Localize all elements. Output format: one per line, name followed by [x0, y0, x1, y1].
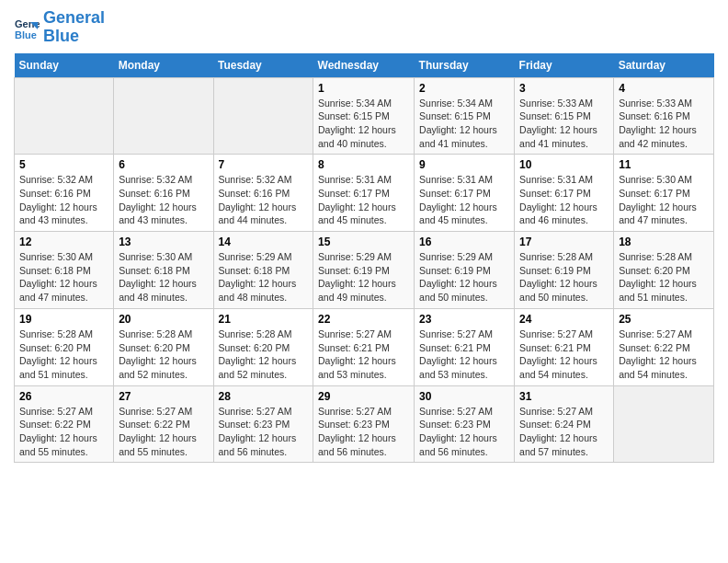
day-info: Sunrise: 5:29 AM Sunset: 6:18 PM Dayligh… — [219, 250, 309, 304]
calendar-table: SundayMondayTuesdayWednesdayThursdayFrid… — [14, 53, 714, 464]
day-number: 8 — [318, 158, 409, 171]
calendar-cell — [15, 77, 114, 155]
day-info: Sunrise: 5:27 AM Sunset: 6:21 PM Dayligh… — [519, 327, 609, 382]
calendar-cell: 10Sunrise: 5:31 AM Sunset: 6:17 PM Dayli… — [515, 155, 614, 232]
day-info: Sunrise: 5:28 AM Sunset: 6:20 PM Dayligh… — [219, 327, 309, 382]
logo-icon: General Blue — [14, 15, 40, 40]
calendar-cell: 27Sunrise: 5:27 AM Sunset: 6:22 PM Dayli… — [114, 385, 213, 463]
page-header: General Blue GeneralBlue — [14, 9, 714, 46]
calendar-week-4: 19Sunrise: 5:28 AM Sunset: 6:20 PM Dayli… — [15, 308, 714, 385]
weekday-header-tuesday: Tuesday — [213, 53, 313, 78]
day-number: 23 — [419, 313, 509, 326]
day-info: Sunrise: 5:30 AM Sunset: 6:18 PM Dayligh… — [19, 250, 108, 304]
day-info: Sunrise: 5:31 AM Sunset: 6:17 PM Dayligh… — [318, 173, 409, 227]
calendar-cell: 14Sunrise: 5:29 AM Sunset: 6:18 PM Dayli… — [213, 232, 313, 309]
calendar-cell — [614, 385, 714, 463]
calendar-cell: 15Sunrise: 5:29 AM Sunset: 6:19 PM Dayli… — [313, 232, 415, 309]
calendar-cell: 31Sunrise: 5:27 AM Sunset: 6:24 PM Dayli… — [515, 385, 614, 463]
day-number: 14 — [219, 236, 309, 248]
calendar-header: SundayMondayTuesdayWednesdayThursdayFrid… — [15, 53, 714, 78]
calendar-cell: 1Sunrise: 5:34 AM Sunset: 6:15 PM Daylig… — [313, 77, 415, 155]
day-number: 19 — [19, 313, 108, 326]
calendar-cell: 21Sunrise: 5:28 AM Sunset: 6:20 PM Dayli… — [213, 308, 313, 385]
weekday-header-thursday: Thursday — [415, 53, 515, 78]
calendar-cell: 3Sunrise: 5:33 AM Sunset: 6:15 PM Daylig… — [515, 77, 614, 155]
logo-text: GeneralBlue — [43, 9, 105, 46]
calendar-week-3: 12Sunrise: 5:30 AM Sunset: 6:18 PM Dayli… — [15, 232, 714, 309]
day-number: 2 — [419, 82, 509, 95]
calendar-cell — [114, 77, 213, 155]
weekday-header-saturday: Saturday — [614, 53, 714, 78]
calendar-cell: 4Sunrise: 5:33 AM Sunset: 6:16 PM Daylig… — [614, 77, 714, 155]
day-info: Sunrise: 5:27 AM Sunset: 6:21 PM Dayligh… — [318, 327, 409, 382]
weekday-header-wednesday: Wednesday — [313, 53, 415, 78]
calendar-cell — [213, 77, 313, 155]
calendar-cell: 7Sunrise: 5:32 AM Sunset: 6:16 PM Daylig… — [213, 155, 313, 232]
day-info: Sunrise: 5:31 AM Sunset: 6:17 PM Dayligh… — [519, 173, 609, 227]
calendar-cell: 30Sunrise: 5:27 AM Sunset: 6:23 PM Dayli… — [415, 385, 515, 463]
day-number: 18 — [619, 236, 709, 248]
calendar-cell: 23Sunrise: 5:27 AM Sunset: 6:21 PM Dayli… — [415, 308, 515, 385]
day-number: 7 — [219, 158, 309, 171]
day-info: Sunrise: 5:27 AM Sunset: 6:23 PM Dayligh… — [318, 405, 409, 459]
logo: General Blue GeneralBlue — [14, 9, 105, 46]
calendar-cell: 9Sunrise: 5:31 AM Sunset: 6:17 PM Daylig… — [415, 155, 515, 232]
day-info: Sunrise: 5:29 AM Sunset: 6:19 PM Dayligh… — [318, 250, 409, 304]
day-info: Sunrise: 5:27 AM Sunset: 6:23 PM Dayligh… — [219, 405, 309, 459]
day-info: Sunrise: 5:30 AM Sunset: 6:18 PM Dayligh… — [119, 250, 208, 304]
day-info: Sunrise: 5:28 AM Sunset: 6:20 PM Dayligh… — [619, 250, 709, 304]
calendar-week-1: 1Sunrise: 5:34 AM Sunset: 6:15 PM Daylig… — [15, 77, 714, 155]
day-number: 10 — [519, 158, 609, 171]
day-info: Sunrise: 5:28 AM Sunset: 6:20 PM Dayligh… — [19, 327, 108, 382]
day-number: 17 — [519, 236, 609, 248]
day-info: Sunrise: 5:33 AM Sunset: 6:15 PM Dayligh… — [519, 97, 609, 151]
calendar-week-2: 5Sunrise: 5:32 AM Sunset: 6:16 PM Daylig… — [15, 155, 714, 232]
day-info: Sunrise: 5:32 AM Sunset: 6:16 PM Dayligh… — [19, 173, 108, 227]
day-info: Sunrise: 5:27 AM Sunset: 6:22 PM Dayligh… — [619, 327, 709, 382]
day-number: 21 — [219, 313, 309, 326]
day-info: Sunrise: 5:34 AM Sunset: 6:15 PM Dayligh… — [419, 97, 509, 151]
day-info: Sunrise: 5:27 AM Sunset: 6:22 PM Dayligh… — [119, 405, 208, 459]
day-number: 13 — [119, 236, 208, 248]
day-number: 15 — [318, 236, 409, 248]
calendar-cell: 18Sunrise: 5:28 AM Sunset: 6:20 PM Dayli… — [614, 232, 714, 309]
calendar-cell: 2Sunrise: 5:34 AM Sunset: 6:15 PM Daylig… — [415, 77, 515, 155]
day-number: 6 — [119, 158, 208, 171]
calendar-cell: 24Sunrise: 5:27 AM Sunset: 6:21 PM Dayli… — [515, 308, 614, 385]
weekday-header-monday: Monday — [114, 53, 213, 78]
day-number: 16 — [419, 236, 509, 248]
calendar-cell: 6Sunrise: 5:32 AM Sunset: 6:16 PM Daylig… — [114, 155, 213, 232]
day-number: 22 — [318, 313, 409, 326]
day-number: 26 — [19, 390, 108, 403]
calendar-week-5: 26Sunrise: 5:27 AM Sunset: 6:22 PM Dayli… — [15, 385, 714, 463]
day-info: Sunrise: 5:30 AM Sunset: 6:17 PM Dayligh… — [619, 173, 709, 227]
weekday-header-friday: Friday — [515, 53, 614, 78]
day-info: Sunrise: 5:33 AM Sunset: 6:16 PM Dayligh… — [619, 97, 709, 151]
day-number: 3 — [519, 82, 609, 95]
weekday-header-sunday: Sunday — [15, 53, 114, 78]
day-info: Sunrise: 5:28 AM Sunset: 6:19 PM Dayligh… — [519, 250, 609, 304]
day-number: 12 — [19, 236, 108, 248]
calendar-cell: 20Sunrise: 5:28 AM Sunset: 6:20 PM Dayli… — [114, 308, 213, 385]
day-info: Sunrise: 5:28 AM Sunset: 6:20 PM Dayligh… — [119, 327, 208, 382]
day-number: 28 — [219, 390, 309, 403]
day-number: 11 — [619, 158, 709, 171]
day-number: 20 — [119, 313, 208, 326]
day-info: Sunrise: 5:32 AM Sunset: 6:16 PM Dayligh… — [219, 173, 309, 227]
calendar-cell: 17Sunrise: 5:28 AM Sunset: 6:19 PM Dayli… — [515, 232, 614, 309]
day-number: 29 — [318, 390, 409, 403]
day-number: 4 — [619, 82, 709, 95]
calendar-cell: 16Sunrise: 5:29 AM Sunset: 6:19 PM Dayli… — [415, 232, 515, 309]
day-number: 9 — [419, 158, 509, 171]
day-number: 30 — [419, 390, 509, 403]
day-info: Sunrise: 5:27 AM Sunset: 6:21 PM Dayligh… — [419, 327, 509, 382]
day-info: Sunrise: 5:27 AM Sunset: 6:24 PM Dayligh… — [519, 405, 609, 459]
day-info: Sunrise: 5:29 AM Sunset: 6:19 PM Dayligh… — [419, 250, 509, 304]
day-number: 31 — [519, 390, 609, 403]
day-info: Sunrise: 5:32 AM Sunset: 6:16 PM Dayligh… — [119, 173, 208, 227]
calendar-cell: 5Sunrise: 5:32 AM Sunset: 6:16 PM Daylig… — [15, 155, 114, 232]
day-info: Sunrise: 5:31 AM Sunset: 6:17 PM Dayligh… — [419, 173, 509, 227]
day-info: Sunrise: 5:27 AM Sunset: 6:23 PM Dayligh… — [419, 405, 509, 459]
day-number: 1 — [318, 82, 409, 95]
day-number: 27 — [119, 390, 208, 403]
